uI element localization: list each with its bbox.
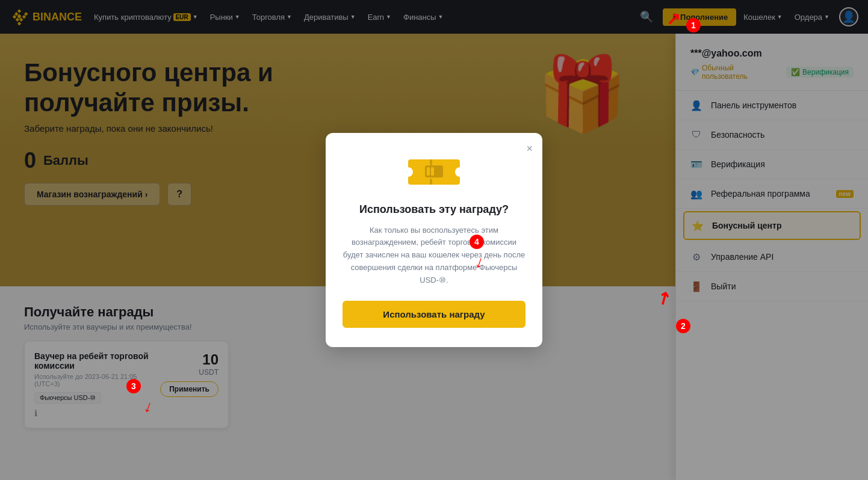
logout-icon: 🚪	[690, 280, 702, 292]
voucher-expiry: Используйте до 2023-06-21 21:05 (UTC+3)	[34, 373, 160, 387]
nav-buy-crypto[interactable]: Купить криптовалюту EUR ▼	[89, 13, 203, 22]
use-reward-button[interactable]: Использовать награду	[343, 301, 525, 328]
shop-button[interactable]: Магазин вознаграждений ›	[24, 183, 160, 206]
search-icon[interactable]: 🔍	[633, 10, 660, 23]
nav-earn[interactable]: Earn ▼	[363, 13, 396, 22]
navbar: BINANCE Купить криптовалюту EUR ▼ Рынки …	[0, 0, 868, 34]
chevron-down-icon: ▼	[287, 14, 292, 20]
svg-rect-14	[430, 179, 432, 185]
hero-title: Бонусного центра и получайте призы.	[24, 58, 385, 118]
user-level: 💎 Обычный пользователь	[690, 64, 781, 81]
menu-item-api[interactable]: ⚙ Управление API	[676, 242, 868, 272]
svg-marker-1	[14, 12, 18, 16]
chevron-down-icon: ▼	[350, 14, 356, 20]
menu-item-security[interactable]: 🛡 Безопасность	[676, 120, 868, 150]
user-email: ***@yahoo.com	[690, 48, 854, 59]
users-icon: 👥	[690, 188, 702, 200]
menu-item-referral[interactable]: 👥 Реферальная программа new	[676, 179, 868, 209]
person-icon: 👤	[690, 99, 702, 111]
voucher-amount: 10	[160, 351, 219, 368]
apply-button[interactable]: Применить	[160, 381, 219, 397]
menu-item-dashboard[interactable]: 👤 Панель инструментов	[676, 91, 868, 120]
id-card-icon: 🪪	[690, 158, 702, 170]
deposit-button[interactable]: ⬇ Пополнение	[663, 8, 736, 26]
chevron-down-icon: ▼	[777, 14, 783, 20]
chevron-down-icon: ▼	[235, 14, 240, 20]
nav-derivatives[interactable]: Деривативы ▼	[299, 13, 361, 22]
chevron-down-icon: ▼	[824, 14, 829, 20]
verified-badge: ✅ Верификация	[786, 67, 854, 78]
modal-title: Использовать эту награду?	[343, 203, 525, 216]
svg-marker-2	[24, 12, 28, 16]
voucher-tag: Фьючерсы USD-⑩	[34, 392, 101, 404]
svg-marker-9	[17, 22, 21, 25]
nav-orders[interactable]: Ордера ▼	[790, 13, 834, 22]
new-badge: new	[836, 190, 854, 198]
voucher-currency: USDT	[160, 368, 219, 377]
logo-text: BINANCE	[33, 11, 82, 23]
svg-marker-8	[16, 18, 19, 22]
points-number: 0	[24, 148, 36, 173]
question-button[interactable]: ?	[167, 183, 191, 206]
nav-markets[interactable]: Рынки ▼	[205, 13, 245, 22]
points-label: Баллы	[43, 153, 88, 168]
chevron-down-icon: ▼	[386, 14, 391, 20]
info-icon[interactable]: ℹ	[34, 408, 219, 418]
menu-item-logout[interactable]: 🚪 Выйти	[676, 272, 868, 301]
modal-close-button[interactable]: ×	[526, 143, 533, 155]
modal-description: Как только вы воспользуетесь этим вознаг…	[343, 224, 525, 287]
nav-wallet[interactable]: Кошелек ▼	[739, 13, 787, 22]
nav-finance[interactable]: Финансы ▼	[398, 13, 448, 22]
reward-modal: × Использовать эту награду? Как только в…	[326, 133, 542, 348]
api-icon: ⚙	[690, 251, 702, 263]
chevron-down-icon: ▼	[193, 14, 198, 20]
menu-item-bonus[interactable]: ⭐ Бонусный центр	[683, 211, 861, 240]
menu-item-verification[interactable]: 🪪 Верификация	[676, 150, 868, 179]
user-menu-dropdown: ***@yahoo.com 💎 Обычный пользователь ✅ В…	[675, 34, 868, 480]
svg-rect-13	[430, 159, 432, 165]
voucher-card: Ваучер на ребейт торговой комиссии Испол…	[24, 341, 229, 428]
ticket-illustration	[343, 152, 525, 191]
user-info-section: ***@yahoo.com 💎 Обычный пользователь ✅ В…	[676, 34, 868, 91]
svg-rect-16	[427, 167, 430, 176]
star-icon: ⭐	[692, 220, 704, 232]
user-avatar[interactable]: 👤	[839, 7, 858, 26]
svg-marker-7	[19, 18, 23, 22]
voucher-title: Ваучер на ребейт торговой комиссии	[34, 351, 155, 371]
shield-icon: 🛡	[690, 129, 702, 141]
currency-badge: EUR	[173, 13, 191, 21]
nav-trading[interactable]: Торговля ▼	[247, 13, 297, 22]
svg-marker-4	[13, 15, 16, 19]
svg-marker-5	[22, 15, 26, 19]
logo[interactable]: BINANCE	[10, 7, 82, 26]
svg-marker-0	[17, 9, 21, 13]
chevron-down-icon: ▼	[438, 14, 444, 20]
svg-rect-17	[431, 167, 434, 176]
gift-illustration: 🎁	[537, 52, 627, 137]
